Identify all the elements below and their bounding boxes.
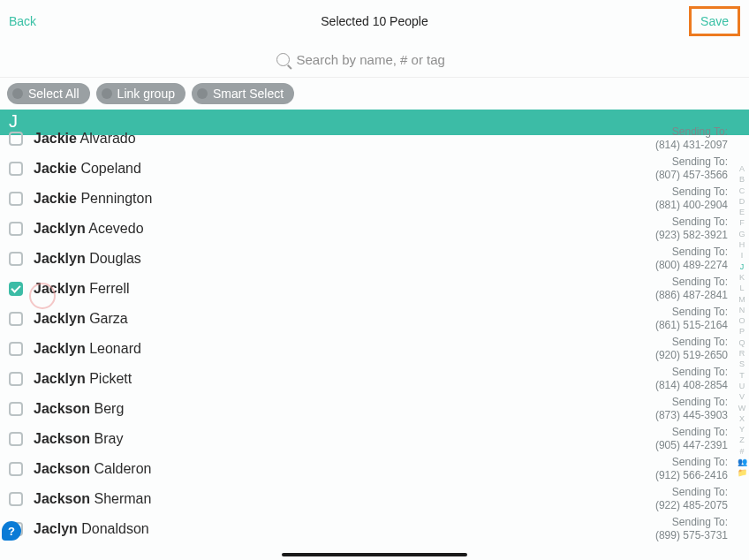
contact-name: Jackson Bray [34, 431, 123, 447]
sending-to-label: Sending To: [655, 306, 728, 319]
contact-first-name: Jackie [34, 191, 77, 206]
smart-select-chip[interactable]: Smart Select [192, 83, 294, 104]
contact-last-name: Acevedo [86, 221, 144, 236]
index-letter[interactable]: D [739, 196, 745, 207]
sending-to-phone: (886) 487-2841 [655, 289, 728, 302]
contact-row[interactable]: Jackson CalderonSending To:(912) 566-241… [0, 454, 737, 484]
back-button[interactable]: Back [9, 14, 36, 28]
contact-row[interactable]: Jacklyn FerrellSending To:(886) 487-2841 [0, 274, 737, 304]
index-letter[interactable]: I [741, 250, 744, 261]
contact-row[interactable]: Jacklyn LeonardSending To:(920) 519-2650 [0, 334, 737, 364]
sending-to-block: Sending To:(899) 575-3731 [655, 516, 728, 542]
alphabet-index-rail[interactable]: ABCDEFGHIJKLMNOPQRSTUVWXYZ#👥📁 [737, 163, 747, 479]
sending-to-label: Sending To: [655, 426, 728, 439]
contact-first-name: Jacklyn [34, 371, 86, 386]
index-letter[interactable]: Z [739, 435, 745, 445]
index-letter[interactable]: F [739, 217, 745, 228]
contact-checkbox[interactable] [9, 342, 23, 356]
contact-checkbox[interactable] [9, 162, 23, 176]
contact-name: Jacklyn Douglas [34, 251, 141, 267]
contact-checkbox[interactable] [9, 282, 23, 296]
contact-name: Jackson Sherman [34, 491, 151, 507]
sending-to-label: Sending To: [655, 456, 728, 469]
contact-row[interactable]: Jacklyn GarzaSending To:(861) 515-2164 [0, 304, 737, 334]
contact-row[interactable]: Jackson BergSending To:(873) 445-3903 [0, 394, 737, 424]
index-letter[interactable]: P [739, 326, 745, 337]
contact-checkbox[interactable] [9, 192, 23, 206]
index-letter[interactable]: N [739, 305, 745, 315]
help-bubble-icon[interactable]: ? [2, 521, 21, 541]
chip-dot-icon [197, 88, 208, 99]
contact-checkbox[interactable] [9, 492, 23, 506]
home-indicator [282, 553, 467, 556]
contact-checkbox[interactable] [9, 462, 23, 476]
sending-to-label: Sending To: [655, 516, 728, 529]
contact-checkbox[interactable] [9, 372, 23, 386]
index-letter[interactable]: U [739, 381, 745, 391]
contact-row[interactable]: Jacklyn PickettSending To:(814) 408-2854 [0, 364, 737, 394]
index-letter[interactable]: S [739, 359, 745, 369]
sending-to-phone: (920) 519-2650 [655, 349, 728, 362]
contact-row[interactable]: Jackson BraySending To:(905) 447-2391 [0, 424, 737, 454]
contact-list[interactable]: Jackie AlvaradoSending To:(814) 431-2097… [0, 124, 737, 560]
select-all-chip[interactable]: Select All [7, 83, 90, 104]
contact-row[interactable]: Jackie PenningtonSending To:(881) 400-29… [0, 184, 737, 214]
search-input[interactable] [297, 52, 473, 67]
save-button[interactable]: Save [700, 14, 729, 28]
sending-to-block: Sending To:(886) 487-2841 [655, 276, 728, 302]
contact-name: Jackson Calderon [34, 461, 151, 477]
contact-checkbox[interactable] [9, 432, 23, 446]
index-letter[interactable]: O [738, 315, 745, 326]
sending-to-phone: (800) 489-2274 [655, 259, 728, 272]
index-letter[interactable]: G [738, 229, 745, 239]
contact-checkbox[interactable] [9, 132, 23, 146]
index-letter[interactable]: M [738, 294, 745, 305]
contact-checkbox[interactable] [9, 222, 23, 236]
index-letter[interactable]: Q [738, 337, 745, 348]
index-letter[interactable]: E [739, 207, 745, 217]
contact-checkbox[interactable] [9, 252, 23, 266]
index-letter[interactable]: R [739, 348, 745, 359]
index-letter[interactable]: A [739, 163, 745, 174]
sending-to-block: Sending To:(800) 489-2274 [655, 246, 728, 272]
contact-last-name: Ferrell [86, 281, 130, 296]
sending-to-phone: (873) 445-3903 [655, 409, 728, 422]
sending-to-phone: (814) 431-2097 [655, 139, 728, 152]
contact-last-name: Garza [86, 311, 128, 326]
sending-to-block: Sending To:(922) 485-2075 [655, 486, 728, 512]
index-letter[interactable]: X [739, 413, 745, 424]
contact-row[interactable]: Jackson ShermanSending To:(922) 485-2075 [0, 484, 737, 514]
index-letter[interactable]: W [738, 403, 746, 413]
sending-to-label: Sending To: [655, 185, 728, 199]
sending-to-block: Sending To:(873) 445-3903 [655, 396, 728, 422]
sending-to-block: Sending To:(905) 447-2391 [655, 426, 728, 452]
contact-name: Jackie Copeland [34, 161, 141, 177]
contact-first-name: Jackson [34, 401, 90, 416]
index-letter[interactable]: J [740, 261, 745, 272]
index-extra-icon[interactable]: 📁 [738, 467, 747, 478]
contact-name: Jackie Pennington [34, 191, 152, 207]
contact-row[interactable]: Jacklyn AcevedoSending To:(923) 582-3921 [0, 214, 737, 244]
index-letter[interactable]: L [739, 283, 744, 293]
index-letter[interactable]: B [739, 174, 745, 185]
index-letter[interactable]: C [739, 185, 745, 196]
contact-checkbox[interactable] [9, 312, 23, 326]
contact-row[interactable]: Jaclyn DonaldsonSending To:(899) 575-373… [0, 514, 737, 544]
contact-name: Jacklyn Pickett [34, 371, 132, 387]
contact-row[interactable]: Jackie AlvaradoSending To:(814) 431-2097 [0, 124, 737, 154]
index-extra-icon[interactable]: 👥 [738, 457, 747, 467]
index-letter[interactable]: K [739, 272, 745, 283]
index-letter[interactable]: Y [739, 424, 745, 435]
contact-row[interactable]: Jacklyn DouglasSending To:(800) 489-2274 [0, 244, 737, 274]
contact-name: Jackie Alvarado [34, 131, 136, 147]
link-group-chip[interactable]: Link group [96, 83, 185, 104]
index-letter[interactable]: T [739, 370, 745, 381]
index-letter[interactable]: H [739, 239, 745, 250]
index-letter[interactable]: # [739, 446, 744, 457]
index-letter[interactable]: V [739, 391, 745, 402]
contact-row[interactable]: Jackie CopelandSending To:(807) 457-3566 [0, 154, 737, 184]
sending-to-label: Sending To: [655, 366, 728, 379]
contact-checkbox[interactable] [9, 402, 23, 416]
sending-to-block: Sending To:(807) 457-3566 [655, 155, 728, 182]
contact-first-name: Jacklyn [34, 311, 86, 326]
